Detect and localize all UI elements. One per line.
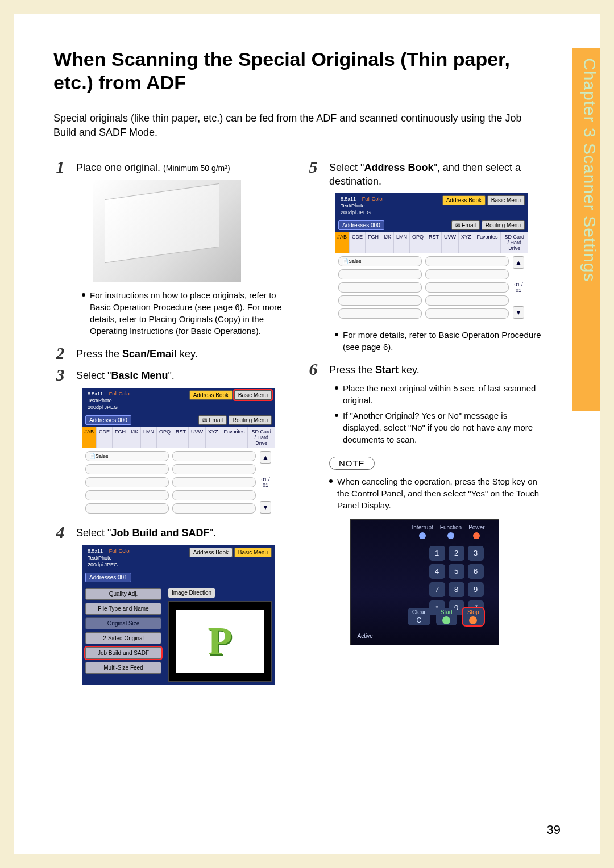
start-key[interactable]: Start bbox=[436, 608, 457, 625]
step-number: 6 bbox=[306, 361, 320, 378]
menu-original-size[interactable]: Original Size bbox=[85, 617, 161, 629]
menu-quality-adj[interactable]: Quality Adj. bbox=[85, 588, 161, 600]
resolution: 200dpi JPEG bbox=[85, 404, 120, 411]
addresses-counter[interactable]: Addresses:001 bbox=[85, 573, 131, 582]
email-button[interactable]: ✉ Email bbox=[198, 415, 227, 425]
address-book-button[interactable]: Address Book bbox=[189, 548, 233, 557]
note-bullet: When canceling the operation, press the … bbox=[329, 475, 542, 511]
key-5[interactable]: 5 bbox=[449, 564, 464, 579]
tab-sdcard[interactable]: SD Card / Hard Drive bbox=[248, 427, 275, 448]
routing-menu-button[interactable]: Routing Menu bbox=[229, 415, 272, 425]
key-9[interactable]: 9 bbox=[468, 582, 484, 597]
tab-opq[interactable]: OPQ bbox=[157, 427, 173, 448]
menu-file-type[interactable]: File Type and Name bbox=[85, 603, 161, 615]
content-columns: 1 Place one original. (Minimum 50 g/m²) … bbox=[53, 158, 542, 692]
tab-ab[interactable]: #AB bbox=[82, 427, 97, 448]
entry-blank[interactable] bbox=[425, 256, 509, 266]
scroll-down-button[interactable]: ▼ bbox=[260, 501, 271, 514]
tab-rst[interactable]: RST bbox=[173, 427, 189, 448]
tab-lmn[interactable]: LMN bbox=[141, 427, 157, 448]
tab-fgh[interactable]: FGH bbox=[113, 427, 128, 448]
key-7[interactable]: 7 bbox=[429, 582, 445, 597]
image-direction-button[interactable]: Image Direction bbox=[168, 588, 215, 598]
entry-blank[interactable] bbox=[172, 503, 256, 514]
step-5-bullet: For more details, refer to Basic Operati… bbox=[335, 329, 542, 353]
page-number: 39 bbox=[547, 823, 561, 837]
menu-2sided[interactable]: 2-Sided Original bbox=[85, 632, 161, 644]
address-book-button[interactable]: Address Book bbox=[189, 390, 233, 400]
entry-blank[interactable] bbox=[172, 490, 256, 500]
resolution: 200dpi JPEG bbox=[338, 209, 373, 216]
email-button[interactable]: ✉ Email bbox=[451, 220, 480, 230]
active-indicator: Active bbox=[358, 633, 373, 639]
tab-sdcard[interactable]: SD Card / Hard Drive bbox=[501, 232, 528, 253]
tab-xyz[interactable]: XYZ bbox=[459, 232, 474, 253]
step-5: 5 Select "Address Book", and then select… bbox=[306, 158, 542, 189]
entry-blank[interactable] bbox=[85, 490, 169, 500]
entry-blank[interactable] bbox=[425, 295, 509, 306]
tab-favorites[interactable]: Favorites bbox=[221, 427, 248, 448]
tab-uvw[interactable]: UVW bbox=[189, 427, 206, 448]
scroll-up-button[interactable]: ▲ bbox=[513, 256, 524, 269]
tab-uvw[interactable]: UVW bbox=[442, 232, 459, 253]
entry-blank[interactable] bbox=[425, 269, 509, 279]
key-3[interactable]: 3 bbox=[468, 546, 484, 561]
tab-xyz[interactable]: XYZ bbox=[206, 427, 221, 448]
scroll-up-button[interactable]: ▲ bbox=[260, 451, 271, 464]
entry-blank[interactable] bbox=[172, 464, 256, 474]
menu-job-build-sadf[interactable]: Job Build and SADF bbox=[85, 647, 161, 659]
entry-blank[interactable] bbox=[172, 451, 256, 461]
clear-label: Clear bbox=[412, 609, 426, 615]
key-4[interactable]: 4 bbox=[429, 564, 445, 579]
basic-menu-button[interactable]: Basic Menu bbox=[234, 390, 272, 400]
stop-key[interactable]: Stop bbox=[463, 608, 484, 625]
entry-blank[interactable] bbox=[425, 308, 509, 319]
scroll-controls: ▲ 01 / 01 ▼ bbox=[259, 451, 272, 514]
tab-fgh[interactable]: FGH bbox=[366, 232, 381, 253]
step-number: 4 bbox=[53, 524, 67, 541]
entry-blank[interactable] bbox=[85, 503, 169, 514]
tab-favorites[interactable]: Favorites bbox=[474, 232, 501, 253]
tab-opq[interactable]: OPQ bbox=[410, 232, 426, 253]
key-6[interactable]: 6 bbox=[468, 564, 484, 579]
tab-rst[interactable]: RST bbox=[426, 232, 442, 253]
step-6: 6 Press the Start key. bbox=[306, 361, 542, 378]
basic-menu-button[interactable]: Basic Menu bbox=[234, 548, 272, 557]
addresses-counter[interactable]: Addresses:000 bbox=[85, 415, 131, 425]
tab-lmn[interactable]: LMN bbox=[394, 232, 410, 253]
mode: Text/Photo bbox=[85, 554, 114, 561]
key-8[interactable]: 8 bbox=[449, 582, 464, 597]
entry-blank[interactable] bbox=[338, 282, 422, 293]
tab-ab[interactable]: #AB bbox=[335, 232, 350, 253]
tab-ijk[interactable]: IJK bbox=[128, 427, 141, 448]
numeric-keypad: 1 2 3 4 5 6 7 8 9 * 0 # bbox=[429, 546, 484, 615]
entry-blank[interactable] bbox=[85, 464, 169, 474]
basic-menu-button[interactable]: Basic Menu bbox=[487, 195, 525, 205]
entry-blank[interactable] bbox=[425, 282, 509, 293]
entry-sales[interactable]: 📄 Sales bbox=[85, 451, 169, 461]
clear-key[interactable]: Clear C bbox=[408, 608, 430, 625]
entry-blank[interactable] bbox=[338, 269, 422, 279]
step-number: 3 bbox=[53, 366, 67, 383]
step-6-bullet-1: Place the next original within 5 sec. of… bbox=[335, 382, 542, 406]
scroll-down-button[interactable]: ▼ bbox=[513, 306, 524, 319]
entry-blank[interactable] bbox=[172, 477, 256, 487]
entry-blank[interactable] bbox=[338, 308, 422, 319]
key-1[interactable]: 1 bbox=[429, 546, 445, 561]
settings-menu: Quality Adj. File Type and Name Original… bbox=[82, 585, 165, 685]
address-book-button[interactable]: Address Book bbox=[442, 195, 486, 205]
step-number: 1 bbox=[53, 158, 67, 176]
step-2-text: Press the Scan/Email key. bbox=[76, 345, 198, 361]
power-label: Power bbox=[468, 524, 484, 539]
entry-blank[interactable] bbox=[85, 477, 169, 487]
routing-menu-button[interactable]: Routing Menu bbox=[482, 220, 525, 230]
key-2[interactable]: 2 bbox=[449, 546, 464, 561]
tab-cde[interactable]: CDE bbox=[350, 232, 366, 253]
addresses-counter[interactable]: Addresses:000 bbox=[338, 220, 384, 230]
entry-sales[interactable]: 📄 Sales bbox=[338, 256, 422, 266]
tab-ijk[interactable]: IJK bbox=[381, 232, 394, 253]
entry-blank[interactable] bbox=[338, 295, 422, 306]
chapter-side-tab-text: Chapter 3 Scanner Settings bbox=[573, 58, 599, 399]
tab-cde[interactable]: CDE bbox=[97, 427, 113, 448]
menu-multi-size[interactable]: Multi-Size Feed bbox=[85, 662, 161, 674]
